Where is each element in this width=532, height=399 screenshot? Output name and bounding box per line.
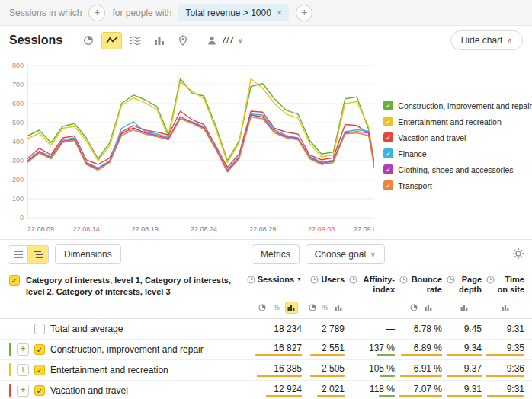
svg-text:800: 800	[12, 62, 24, 69]
line-chart-type-button[interactable]	[101, 32, 122, 49]
legend-item[interactable]: ✓Finance	[383, 148, 532, 158]
bounce-value: 6.78 %	[399, 324, 442, 334]
expand-row-button[interactable]: +	[17, 343, 29, 356]
column-label: Time on site	[497, 275, 524, 295]
legend-checkbox-icon[interactable]: ✓	[383, 132, 393, 142]
pie-chart-type-button[interactable]	[78, 32, 98, 49]
percent-mode-icon[interactable]: %	[319, 302, 331, 314]
column-chart-type-button[interactable]	[149, 32, 169, 49]
pie-mode-icon[interactable]	[407, 302, 420, 314]
table-row-total[interactable]: Total and average 18 234 2 789 — 6.78 % …	[0, 319, 532, 340]
legend-item[interactable]: ✓Clothing, shoes and accessories	[383, 164, 532, 174]
column-header-affinity-index[interactable]: Affinity-index	[349, 275, 395, 295]
hide-chart-button[interactable]: Hide chart ∧	[450, 30, 523, 50]
affinity-value: 105 %	[349, 363, 395, 374]
legend-checkbox-icon[interactable]: ✓	[383, 117, 393, 126]
bounce-value: 7.07 %	[399, 384, 442, 394]
svg-text:600: 600	[12, 100, 24, 107]
legend-checkbox-icon[interactable]: ✓	[383, 148, 393, 158]
choose-goal-button[interactable]: Choose goal ∨	[306, 244, 385, 264]
person-icon	[207, 35, 217, 46]
map-chart-type-button[interactable]	[172, 32, 193, 49]
map-pin-icon	[178, 35, 188, 46]
metric-clock-icon	[310, 276, 319, 284]
value-bar	[447, 375, 482, 377]
bounce-value: 6.91 %	[399, 363, 442, 374]
chevron-up-icon: ∧	[507, 37, 512, 44]
table-row[interactable]: + ✓ Vacation and travel 12 924 2 021 118…	[0, 381, 532, 399]
display-modes-bounce	[399, 302, 442, 314]
row-checkbox[interactable]	[34, 324, 45, 334]
row-checkbox[interactable]: ✓	[34, 365, 45, 375]
hide-chart-label: Hide chart	[461, 35, 503, 46]
value-bar	[486, 354, 524, 356]
tree-view-button[interactable]	[28, 245, 49, 264]
users-value: 2 789	[306, 324, 345, 334]
dimensions-button[interactable]: Dimensions	[55, 244, 121, 264]
time-value: 9:31	[486, 384, 524, 394]
legend-item[interactable]: ✓Vacation and travel	[383, 132, 532, 142]
dimension-header: ✓ Category of interests, level 1, Catego…	[9, 275, 252, 298]
svg-text:22.08.19: 22.08.19	[132, 225, 159, 233]
column-header-users[interactable]: Users	[306, 275, 345, 295]
legend-label: Vacation and travel	[398, 133, 466, 142]
percent-mode-icon[interactable]: %	[271, 302, 284, 314]
settings-gear-button[interactable]	[512, 247, 524, 262]
expand-row-button[interactable]: +	[17, 385, 29, 397]
list-view-button[interactable]	[8, 245, 28, 264]
bars-mode-icon[interactable]	[421, 302, 434, 314]
value-bar	[399, 395, 442, 397]
metric-column-headers: Sessions ▼ Users Affinity-index	[252, 275, 524, 295]
value-bar	[379, 395, 395, 397]
depth-value: 9.37	[447, 363, 482, 374]
sessions-value: 18 234	[252, 324, 302, 334]
column-header-bounce-rate[interactable]: Bounce rate	[399, 275, 442, 295]
visitors-fraction-dropdown[interactable]: 7/7 ∨	[207, 35, 242, 46]
pie-mode-icon[interactable]	[306, 302, 318, 314]
value-bar	[486, 375, 524, 377]
value-bar	[401, 354, 442, 356]
pie-chart-icon	[83, 35, 94, 46]
for-people-with-label: for people with	[112, 8, 171, 18]
legend-label: Construction, improvement and repair	[398, 101, 532, 110]
svg-text:700: 700	[12, 81, 24, 88]
line-chart-icon	[106, 35, 118, 46]
legend-checkbox-icon[interactable]: ✓	[383, 101, 393, 110]
legend-checkbox-icon[interactable]: ✓	[383, 164, 393, 174]
column-header-page-depth[interactable]: Page depth	[447, 275, 482, 295]
stacked-chart-type-button[interactable]	[125, 32, 146, 49]
legend-item[interactable]: ✓Construction, improvement and repair	[383, 101, 532, 110]
tree-view-icon	[33, 250, 43, 259]
row-checkbox[interactable]: ✓	[34, 385, 45, 396]
table-row[interactable]: + ✓ Entertainment and recreation 16 385 …	[0, 360, 532, 381]
legend-checkbox-icon[interactable]: ✓	[383, 180, 393, 190]
bars-mode-icon[interactable]	[499, 302, 512, 314]
expand-row-button[interactable]: +	[17, 364, 29, 376]
row-checkbox[interactable]: ✓	[34, 344, 45, 355]
legend-item[interactable]: ✓Transport	[383, 180, 532, 190]
table-row[interactable]: + ✓ Construction, improvement and repair…	[0, 340, 532, 360]
metrics-button[interactable]: Metrics	[252, 244, 300, 264]
legend-item[interactable]: ✓Entertainment and recreation	[383, 117, 532, 126]
sessions-line-chart: 010020030040050060070080022.08.0922.08.1…	[3, 55, 374, 238]
sessions-value: 16 385	[252, 363, 302, 374]
pie-mode-icon[interactable]	[256, 302, 269, 314]
add-people-condition-button[interactable]: +	[296, 5, 312, 21]
column-header-time-on-site[interactable]: Time on site	[486, 275, 524, 295]
column-header-sessions[interactable]: Sessions ▼	[252, 275, 302, 295]
remove-filter-icon[interactable]: ×	[277, 7, 283, 18]
display-modes-affinity	[349, 302, 395, 314]
bars-mode-icon[interactable]	[333, 302, 345, 314]
chevron-down-icon: ∨	[238, 37, 243, 44]
bars-mode-icon[interactable]	[285, 302, 298, 314]
add-session-condition-button[interactable]: +	[88, 5, 105, 21]
column-label: Bounce rate	[410, 275, 442, 295]
value-bar	[310, 354, 345, 356]
filter-tag-total-revenue[interactable]: Total revenue > 1000 ×	[178, 4, 289, 21]
value-bar	[310, 375, 345, 377]
select-all-checkbox[interactable]: ✓	[9, 275, 20, 286]
list-view-icon	[13, 250, 24, 259]
filter-tag-label: Total revenue > 1000	[185, 8, 271, 18]
toolbar-left-group: Dimensions	[8, 244, 245, 264]
bars-mode-icon[interactable]	[458, 302, 471, 314]
